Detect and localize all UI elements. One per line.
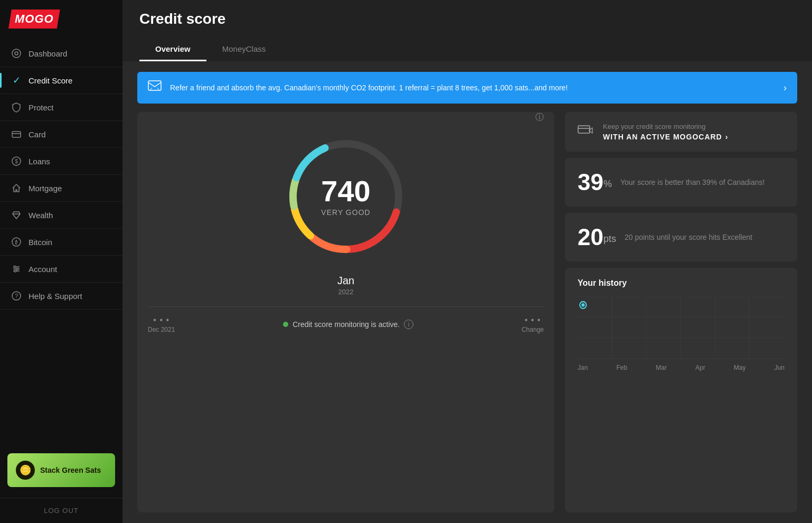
right-panels: Keep your credit score monitoring WITH A… [565,112,797,512]
sidebar-item-mortgage[interactable]: Mortgage [0,175,122,202]
sidebar-item-label: Loans [29,157,50,166]
nav-dots-left: • • • [153,315,169,325]
svg-point-14 [14,270,16,272]
sidebar-item-protect[interactable]: Protect [0,94,122,121]
sidebar-item-help[interactable]: ? Help & Support [0,283,122,310]
svg-point-12 [14,266,16,268]
score-month: Jan [337,275,354,287]
stack-green-sats-button[interactable]: 🪙 Stack Green Sats [7,453,115,487]
percentile-card: 39% Your score is better than 39% of Can… [565,158,797,207]
points-card: 20pts 20 points until your score hits Ex… [565,213,797,262]
history-chart [578,296,785,360]
mogocard-icon [578,123,594,141]
score-label: VERY GOOD [321,208,370,217]
mogocard-cta: WITH AN ACTIVE MOGOCARD › [603,133,785,141]
main-header: Credit score Overview MoneyClass [122,0,812,61]
bitcoin-icon: ₿ [11,236,22,248]
help-icon: ? [11,290,22,302]
content-grid: ⓘ [137,112,797,512]
logout-button[interactable]: LOG OUT [0,498,122,523]
sidebar-nav: Dashboard ✓ Credit Score Protect C [0,36,122,447]
score-center: 740 VERY GOOD [321,176,370,217]
percentile-value: 39% [578,171,612,194]
svg-point-13 [16,268,18,270]
history-label-jan: Jan [578,364,588,371]
sidebar-item-label: Wealth [29,211,53,220]
history-card: Your history [565,268,797,512]
page-title: Credit score [139,11,795,27]
sidebar-item-wealth[interactable]: Wealth [0,202,122,229]
sidebar-item-bitcoin[interactable]: ₿ Bitcoin [0,229,122,256]
sidebar-item-dashboard[interactable]: Dashboard [0,40,122,67]
svg-rect-24 [578,126,590,133]
svg-point-1 [15,52,18,55]
sidebar-item-label: Mortgage [29,184,62,193]
history-labels: Jan Feb Mar Apr May Jun [578,364,785,371]
history-title: Your history [578,278,785,288]
diamond-icon [11,209,22,221]
tab-moneyclass[interactable]: MoneyClass [206,38,282,61]
circle-icon [11,48,22,59]
banner-chevron-icon: › [783,82,787,94]
stack-button-label: Stack Green Sats [40,466,101,474]
sidebar-item-label: Account [29,265,57,274]
score-year: 2022 [338,288,354,296]
tab-overview[interactable]: Overview [139,38,206,61]
sidebar-item-label: Bitcoin [29,238,52,247]
nav-label-right: Change [522,326,544,333]
score-value: 740 [321,176,370,206]
tabs: Overview MoneyClass [139,38,795,61]
score-prev-nav[interactable]: • • • Dec 2021 [148,315,175,333]
active-dot [283,322,288,327]
points-value: 20pts [578,226,616,249]
history-label-mar: Mar [656,364,667,371]
shield-icon [11,101,22,113]
points-description: 20 points until your score hits Excellen… [625,233,785,241]
main-body: Refer a friend and absorb the avg. Canad… [122,61,812,523]
sidebar-item-label: Protect [29,103,54,112]
nav-dots-right: • • • [525,315,541,325]
stack-icon: 🪙 [16,461,35,480]
svg-text:₿: ₿ [15,239,18,245]
score-footer: • • • Dec 2021 Credit score monitoring i… [148,306,544,333]
percentile-description: Your score is better than 39% of Canadia… [620,178,785,186]
history-label-apr: Apr [695,364,705,371]
logo-area: MOGO [0,0,122,36]
monitoring-info-icon[interactable]: i [404,320,413,329]
svg-point-0 [12,49,21,58]
history-label-may: May [734,364,746,371]
sidebar-item-credit-score[interactable]: ✓ Credit Score [0,67,122,94]
banner-text: Refer a friend and absorb the avg. Canad… [170,83,775,92]
svg-text:$: $ [15,158,18,164]
dollar-icon: $ [11,155,22,167]
sidebar-item-account[interactable]: Account [0,256,122,283]
main-content: Credit score Overview MoneyClass Refer a… [122,0,812,523]
sidebar-item-label: Card [29,130,46,139]
sliders-icon [11,263,22,275]
referral-banner[interactable]: Refer a friend and absorb the avg. Canad… [137,72,797,104]
credit-score-panel: ⓘ [137,112,554,512]
score-info-icon[interactable]: ⓘ [535,112,544,123]
nav-label-left: Dec 2021 [148,326,175,333]
svg-point-36 [581,303,584,307]
monitoring-text: Credit score monitoring is active. [292,320,400,329]
history-label-feb: Feb [616,364,627,371]
sidebar-item-label: Dashboard [29,49,67,58]
mogocard-cta-card[interactable]: Keep your credit score monitoring WITH A… [565,112,797,152]
home-icon [11,182,22,194]
checkmark-icon: ✓ [11,74,22,86]
sidebar-item-label: Help & Support [29,292,82,301]
score-change-nav[interactable]: • • • Change [522,315,544,333]
monitoring-indicator: Credit score monitoring is active. i [283,320,413,329]
sidebar-item-card[interactable]: Card [0,121,122,148]
sidebar-item-loans[interactable]: $ Loans [0,148,122,175]
svg-text:?: ? [15,293,18,299]
score-gauge: 740 VERY GOOD [277,128,414,265]
svg-rect-17 [148,81,161,90]
sidebar-item-label: Credit Score [29,76,72,85]
card-icon [11,128,22,140]
envelope-icon [148,80,162,95]
mogo-logo: MOGO [8,10,60,29]
history-label-jun: Jun [775,364,785,371]
mogocard-content: Keep your credit score monitoring WITH A… [603,123,785,141]
